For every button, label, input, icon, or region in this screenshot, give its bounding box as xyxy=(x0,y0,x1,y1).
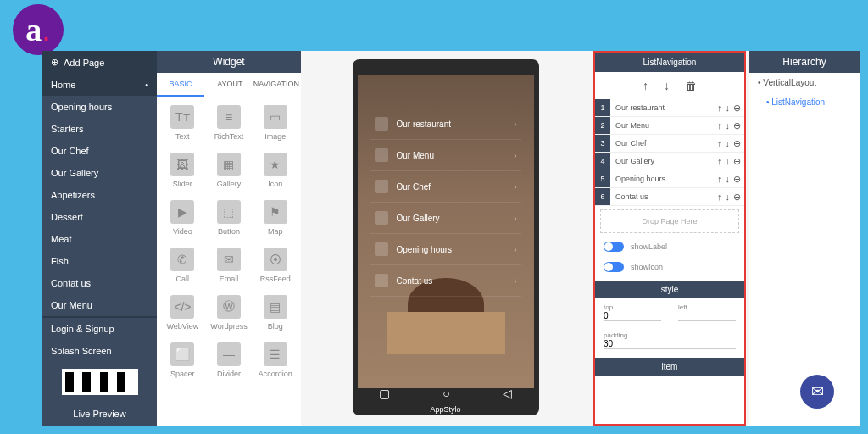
tab-navigation[interactable]: NAVIGATION xyxy=(252,73,301,97)
list-row[interactable]: 3Our Chef↑↓⊖ xyxy=(595,135,744,153)
add-page-button[interactable]: ⊕ Add Page xyxy=(42,51,157,74)
delete-icon[interactable]: 🗑 xyxy=(685,79,697,92)
list-row[interactable]: 4Our Gallery↑↓⊖ xyxy=(595,153,744,170)
widget-text[interactable]: TᴛText xyxy=(160,100,205,146)
widget-map[interactable]: ⚑Map xyxy=(253,195,298,241)
top-input[interactable] xyxy=(604,311,661,321)
arrow-down-icon[interactable]: ↓ xyxy=(726,192,731,203)
hierarchy-panel: Hierarchy • VerticalLayout • ListNavigat… xyxy=(749,51,860,426)
list-row[interactable]: 2Our Menu↑↓⊖ xyxy=(595,117,744,135)
nav-recent-icon[interactable]: ◁ xyxy=(503,387,512,400)
page-item-home[interactable]: Home xyxy=(42,74,157,96)
widget-button[interactable]: ⬚Button xyxy=(207,195,252,241)
page-item[interactable]: Dessert xyxy=(42,206,157,228)
show-label-toggle[interactable] xyxy=(604,242,624,252)
nav-back-icon[interactable]: ▢ xyxy=(379,387,390,400)
hierarchy-child[interactable]: • ListNavigation xyxy=(749,92,860,112)
remove-icon[interactable]: ⊖ xyxy=(733,156,741,167)
widget-email[interactable]: ✉Email xyxy=(207,242,252,288)
arrow-up-icon[interactable]: ↑ xyxy=(717,120,722,131)
widget-webview[interactable]: </>WebView xyxy=(160,290,205,336)
nav-home-icon[interactable]: ○ xyxy=(442,387,449,400)
tab-layout[interactable]: LAYOUT xyxy=(204,73,252,97)
page-item[interactable]: Our Gallery xyxy=(42,162,157,184)
arrow-down-icon[interactable]: ↓ xyxy=(726,120,731,131)
style-section-header: style xyxy=(595,281,744,298)
android-nav-bar: ▢ ○ ◁ xyxy=(353,387,539,400)
pages-sidebar: ⊕ Add Page Home Opening hours Starters O… xyxy=(42,51,157,426)
page-item[interactable]: Contat us xyxy=(42,272,157,294)
remove-icon[interactable]: ⊖ xyxy=(733,120,741,131)
marker-icon xyxy=(375,117,388,131)
arrow-down-icon[interactable]: ↓ xyxy=(726,174,731,185)
widget-grid: TᴛText ≡RichText ▭Image 🖼Slider ▦Gallery… xyxy=(157,97,301,387)
live-preview-label[interactable]: Live Preview xyxy=(42,402,157,426)
show-icon-toggle[interactable] xyxy=(604,262,624,272)
app-name-label: AppStylo xyxy=(353,405,539,414)
widget-divider[interactable]: —Divider xyxy=(207,337,252,383)
widget-call[interactable]: ✆Call xyxy=(160,242,205,288)
clock-icon xyxy=(375,242,388,256)
list-row[interactable]: 1Our restaurant↑↓⊖ xyxy=(595,99,744,117)
page-item[interactable]: Our Menu xyxy=(42,294,157,316)
hierarchy-root[interactable]: • VerticalLayout xyxy=(749,73,860,92)
item-section-header: item xyxy=(595,358,744,376)
arrow-up-icon[interactable]: ↑ xyxy=(717,174,722,185)
arrow-up-icon[interactable]: ↑ xyxy=(717,103,722,114)
widget-slider[interactable]: 🖼Slider xyxy=(160,147,205,193)
support-fab[interactable]: ✉ xyxy=(800,375,834,409)
remove-icon[interactable]: ⊖ xyxy=(733,138,741,149)
chevron-right-icon: › xyxy=(514,120,516,129)
list-row[interactable]: 6Contat us↑↓⊖ xyxy=(595,188,744,206)
nav-item[interactable]: Our restaurant› xyxy=(370,108,521,140)
nav-item[interactable]: Our Gallery› xyxy=(370,203,521,234)
page-item[interactable]: Fish xyxy=(42,250,157,272)
widget-spacer[interactable]: ⬜Spacer xyxy=(160,337,205,383)
move-down-icon[interactable]: ↓ xyxy=(664,79,670,92)
page-item[interactable]: Appetizers xyxy=(42,184,157,206)
drop-zone[interactable]: Drop Page Here xyxy=(600,209,739,233)
widget-blog[interactable]: ▤Blog xyxy=(253,290,298,336)
widget-accordion[interactable]: ☰Accordion xyxy=(253,337,298,383)
arrow-up-icon[interactable]: ↑ xyxy=(717,192,722,203)
tab-basic[interactable]: BASIC xyxy=(157,73,204,97)
arrow-down-icon[interactable]: ↓ xyxy=(726,138,731,149)
field-label: top xyxy=(604,303,613,311)
page-item[interactable]: Opening hours xyxy=(42,96,157,118)
props-title: ListNavigation xyxy=(595,53,744,72)
move-up-icon[interactable]: ↑ xyxy=(643,79,648,92)
nav-item[interactable]: Our Chef› xyxy=(370,171,521,203)
page-item[interactable]: Our Chef xyxy=(42,140,157,162)
arrow-down-icon[interactable]: ↓ xyxy=(726,156,731,167)
left-input[interactable] xyxy=(678,311,736,321)
widget-gallery[interactable]: ▦Gallery xyxy=(207,147,252,193)
remove-icon[interactable]: ⊖ xyxy=(733,103,741,114)
nav-item[interactable]: Our Menu› xyxy=(370,140,521,171)
list-row[interactable]: 5Opening hours↑↓⊖ xyxy=(595,170,744,188)
padding-input[interactable] xyxy=(604,339,736,349)
gallery-icon xyxy=(375,211,388,225)
phone-frame: Our restaurant› Our Menu› Our Chef› Our … xyxy=(353,59,539,415)
widget-wordpress[interactable]: ⓌWordpress xyxy=(207,290,252,336)
widget-image[interactable]: ▭Image xyxy=(253,100,298,146)
arrow-down-icon[interactable]: ↓ xyxy=(726,103,731,114)
toggle-label: showLabel xyxy=(631,242,667,251)
widget-icon[interactable]: ★Icon xyxy=(253,147,298,193)
widget-rssfeed[interactable]: ⦿RssFeed xyxy=(253,242,298,288)
hierarchy-title: Hierarchy xyxy=(749,51,860,73)
page-item[interactable]: Meat xyxy=(42,228,157,250)
remove-icon[interactable]: ⊖ xyxy=(733,174,741,185)
page-item[interactable]: Starters xyxy=(42,118,157,140)
phone-screen[interactable]: Our restaurant› Our Menu› Our Chef› Our … xyxy=(358,75,534,388)
add-page-label: Add Page xyxy=(64,58,104,68)
login-signup-item[interactable]: Login & Signup xyxy=(42,318,157,340)
remove-icon[interactable]: ⊖ xyxy=(733,192,741,203)
widget-video[interactable]: ▶Video xyxy=(160,195,205,241)
arrow-up-icon[interactable]: ↑ xyxy=(717,138,722,149)
widget-panel: Widget BASIC LAYOUT NAVIGATION TᴛText ≡R… xyxy=(157,51,301,426)
nav-item[interactable]: Opening hours› xyxy=(370,234,521,265)
nav-item[interactable]: Contat us› xyxy=(370,265,521,297)
splash-screen-item[interactable]: Splash Screen xyxy=(42,340,157,362)
widget-richtext[interactable]: ≡RichText xyxy=(207,100,252,146)
arrow-up-icon[interactable]: ↑ xyxy=(717,156,722,167)
